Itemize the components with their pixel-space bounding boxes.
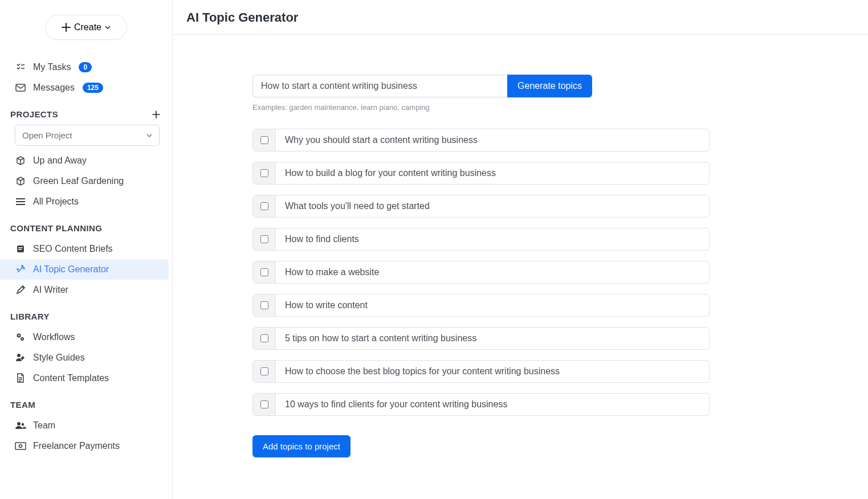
gears-icon: [15, 332, 26, 342]
svg-point-12: [19, 445, 22, 448]
sidebar-item-ai-topic-generator[interactable]: AI Topic Generator: [0, 259, 169, 280]
topic-input-row: Generate topics: [252, 75, 592, 97]
projects-header: PROJECTS: [0, 101, 172, 125]
topic-item: 5 tips on how to start a content writing…: [252, 327, 710, 350]
person-pencil-icon: [15, 353, 26, 363]
add-project-icon[interactable]: [152, 110, 161, 119]
topic-checkbox-wrap: [253, 195, 276, 217]
topic-checkbox[interactable]: [260, 301, 268, 309]
sidebar: Create My Tasks 0 Messages 125 PROJECTS: [0, 0, 173, 499]
topic-checkbox-wrap: [253, 162, 276, 184]
page-title: AI Topic Generator: [186, 10, 854, 25]
sidebar-item-label: AI Topic Generator: [33, 264, 109, 275]
envelope-icon: [15, 84, 26, 92]
topic-checkbox-wrap: [253, 228, 276, 250]
topic-checkbox[interactable]: [260, 202, 268, 210]
topic-checkbox-wrap: [253, 361, 276, 382]
library-header: LIBRARY: [0, 304, 172, 327]
topic-input[interactable]: [252, 75, 507, 97]
sidebar-item-workflows[interactable]: Workflows: [0, 327, 172, 347]
topic-item: How to write content: [252, 294, 710, 317]
svg-point-7: [22, 338, 23, 340]
svg-point-9: [17, 422, 21, 426]
svg-point-8: [17, 354, 21, 357]
topic-item: How to choose the best blog topics for y…: [252, 360, 710, 383]
topic-checkbox-wrap: [253, 394, 276, 415]
sidebar-item-label: Content Templates: [33, 373, 109, 383]
topic-text: How to choose the best blog topics for y…: [276, 361, 709, 382]
projects-header-label: PROJECTS: [10, 109, 58, 119]
topic-item: How to make a website: [252, 261, 710, 284]
topic-checkbox[interactable]: [260, 400, 268, 408]
svg-rect-3: [18, 249, 22, 250]
checklist-icon: [15, 62, 26, 72]
planning-header-label: CONTENT PLANNING: [10, 223, 102, 233]
menu-icon: [15, 198, 26, 206]
sidebar-item-project[interactable]: Green Leaf Gardening: [0, 171, 172, 191]
open-project-placeholder: Open Project: [22, 130, 72, 140]
sidebar-item-label: Green Leaf Gardening: [33, 176, 124, 186]
generate-topics-button[interactable]: Generate topics: [507, 75, 592, 97]
svg-rect-0: [16, 84, 25, 91]
topic-item: How to find clients: [252, 228, 710, 251]
pencil-magic-icon: [15, 285, 26, 295]
caret-down-icon: [105, 26, 111, 29]
sidebar-item-label: All Projects: [33, 197, 79, 207]
svg-point-10: [22, 423, 25, 426]
sidebar-item-label: Style Guides: [33, 353, 85, 363]
topic-text: How to write content: [276, 295, 709, 316]
topic-item: 10 ways to find clients for your content…: [252, 393, 710, 416]
sidebar-item-content-templates[interactable]: Content Templates: [0, 368, 172, 388]
create-button[interactable]: Create: [45, 15, 127, 40]
cube-icon: [15, 156, 26, 166]
document-icon: [15, 373, 26, 383]
topic-text: How to make a website: [276, 261, 709, 283]
add-topics-button[interactable]: Add topics to project: [252, 435, 351, 457]
badge-count: 125: [83, 83, 103, 93]
svg-rect-2: [18, 247, 23, 248]
caret-down-icon: [146, 134, 152, 137]
topic-item: What tools you'll need to get started: [252, 195, 710, 218]
sidebar-item-label: Messages: [33, 83, 75, 93]
topic-list: Why you should start a content writing b…: [252, 129, 710, 416]
sidebar-item-team[interactable]: Team: [0, 415, 172, 436]
magic-wand-icon: [15, 264, 26, 275]
cube-icon: [15, 176, 26, 186]
sidebar-item-messages[interactable]: Messages 125: [0, 77, 172, 98]
sidebar-item-label: SEO Content Briefs: [33, 244, 113, 254]
topic-item: Why you should start a content writing b…: [252, 129, 710, 152]
sidebar-item-freelancer-payments[interactable]: Freelancer Payments: [0, 436, 172, 456]
topic-checkbox[interactable]: [260, 268, 268, 276]
main: AI Topic Generator Generate topics Examp…: [173, 0, 868, 499]
topic-checkbox-wrap: [253, 261, 276, 283]
people-icon: [15, 422, 26, 430]
topic-text: Why you should start a content writing b…: [276, 129, 709, 151]
sidebar-item-seo-briefs[interactable]: SEO Content Briefs: [0, 239, 172, 259]
note-icon: [15, 244, 26, 253]
sidebar-item-all-projects[interactable]: All Projects: [0, 191, 172, 212]
sidebar-item-label: Team: [33, 420, 55, 431]
sidebar-item-project[interactable]: Up and Away: [0, 150, 172, 171]
topic-checkbox[interactable]: [260, 235, 268, 243]
open-project-select[interactable]: Open Project: [15, 125, 160, 146]
sidebar-item-label: AI Writer: [33, 285, 68, 295]
topic-text: 10 ways to find clients for your content…: [276, 394, 709, 415]
topic-checkbox[interactable]: [260, 136, 268, 144]
content-planning-header: CONTENT PLANNING: [0, 215, 172, 239]
topic-checkbox[interactable]: [260, 169, 268, 177]
sidebar-item-label: Workflows: [33, 332, 75, 342]
topic-checkbox[interactable]: [260, 334, 268, 342]
topic-checkbox-wrap: [253, 295, 276, 316]
sidebar-item-label: Freelancer Payments: [33, 441, 120, 451]
topic-checkbox-wrap: [253, 328, 276, 349]
sidebar-item-label: My Tasks: [33, 62, 71, 72]
library-header-label: LIBRARY: [10, 312, 50, 321]
sidebar-item-my-tasks[interactable]: My Tasks 0: [0, 57, 172, 77]
topic-checkbox[interactable]: [260, 367, 268, 375]
sidebar-item-style-guides[interactable]: Style Guides: [0, 347, 172, 368]
money-icon: [15, 442, 26, 450]
topic-item: How to build a blog for your content wri…: [252, 162, 710, 185]
team-header-label: TEAM: [10, 400, 35, 410]
content-area: Generate topics Examples: garden mainten…: [173, 35, 868, 457]
sidebar-item-ai-writer[interactable]: AI Writer: [0, 280, 172, 300]
